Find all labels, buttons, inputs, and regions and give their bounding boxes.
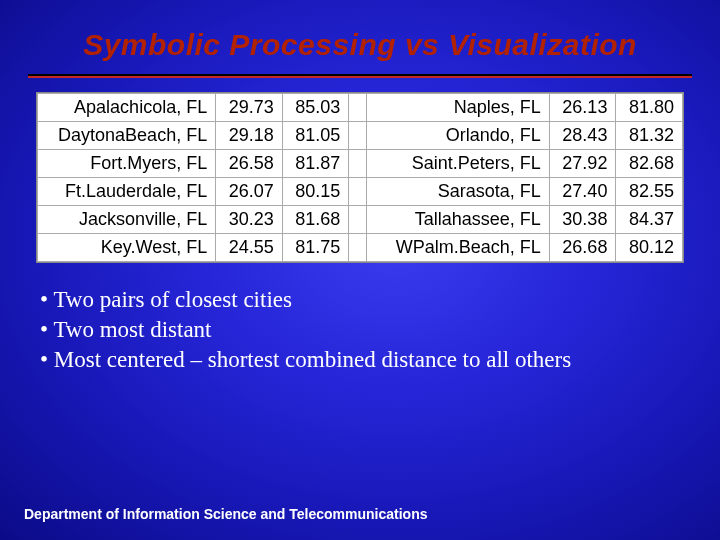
lat-cell: 26.68	[549, 234, 616, 262]
bullet-item: • Most centered – shortest combined dist…	[40, 347, 680, 373]
lon-cell: 80.12	[616, 234, 683, 262]
lat-cell: 29.18	[216, 122, 283, 150]
lat-cell: 24.55	[216, 234, 283, 262]
table-row: Ft.Lauderdale, FL26.0780.15Sarasota, FL2…	[38, 178, 683, 206]
bullet-list: • Two pairs of closest cities • Two most…	[40, 287, 680, 373]
spacer-cell	[349, 122, 367, 150]
lat-cell: 29.73	[216, 94, 283, 122]
lon-cell: 82.55	[616, 178, 683, 206]
lat-cell: 27.92	[549, 150, 616, 178]
lon-cell: 81.80	[616, 94, 683, 122]
lat-cell: 30.23	[216, 206, 283, 234]
table-row: DaytonaBeach, FL29.1881.05Orlando, FL28.…	[38, 122, 683, 150]
spacer-cell	[349, 234, 367, 262]
lat-cell: 26.58	[216, 150, 283, 178]
city-cell: WPalm.Beach, FL	[367, 234, 549, 262]
city-cell: Tallahassee, FL	[367, 206, 549, 234]
city-cell: Ft.Lauderdale, FL	[38, 178, 216, 206]
bullet-item: • Two pairs of closest cities	[40, 287, 680, 313]
lat-cell: 27.40	[549, 178, 616, 206]
lat-cell: 26.07	[216, 178, 283, 206]
spacer-cell	[349, 178, 367, 206]
lat-cell: 30.38	[549, 206, 616, 234]
table-row: Apalachicola, FL29.7385.03Naples, FL26.1…	[38, 94, 683, 122]
cities-table: Apalachicola, FL29.7385.03Naples, FL26.1…	[36, 92, 684, 263]
lon-cell: 81.05	[282, 122, 349, 150]
lon-cell: 82.68	[616, 150, 683, 178]
slide-title: Symbolic Processing vs Visualization	[0, 0, 720, 62]
lon-cell: 81.75	[282, 234, 349, 262]
spacer-cell	[349, 94, 367, 122]
table-row: Key.West, FL24.5581.75WPalm.Beach, FL26.…	[38, 234, 683, 262]
lat-cell: 26.13	[549, 94, 616, 122]
lon-cell: 81.87	[282, 150, 349, 178]
lat-cell: 28.43	[549, 122, 616, 150]
city-cell: Sarasota, FL	[367, 178, 549, 206]
spacer-cell	[349, 150, 367, 178]
spacer-cell	[349, 206, 367, 234]
lon-cell: 80.15	[282, 178, 349, 206]
city-cell: Naples, FL	[367, 94, 549, 122]
city-cell: Orlando, FL	[367, 122, 549, 150]
lon-cell: 81.32	[616, 122, 683, 150]
footer-text: Department of Information Science and Te…	[24, 506, 427, 522]
city-cell: Saint.Peters, FL	[367, 150, 549, 178]
city-cell: DaytonaBeach, FL	[38, 122, 216, 150]
table-row: Fort.Myers, FL26.5881.87Saint.Peters, FL…	[38, 150, 683, 178]
table-row: Jacksonville, FL30.2381.68Tallahassee, F…	[38, 206, 683, 234]
lon-cell: 84.37	[616, 206, 683, 234]
lon-cell: 85.03	[282, 94, 349, 122]
city-cell: Key.West, FL	[38, 234, 216, 262]
lon-cell: 81.68	[282, 206, 349, 234]
bullet-item: • Two most distant	[40, 317, 680, 343]
city-cell: Apalachicola, FL	[38, 94, 216, 122]
title-underline	[28, 74, 692, 78]
city-cell: Jacksonville, FL	[38, 206, 216, 234]
city-cell: Fort.Myers, FL	[38, 150, 216, 178]
